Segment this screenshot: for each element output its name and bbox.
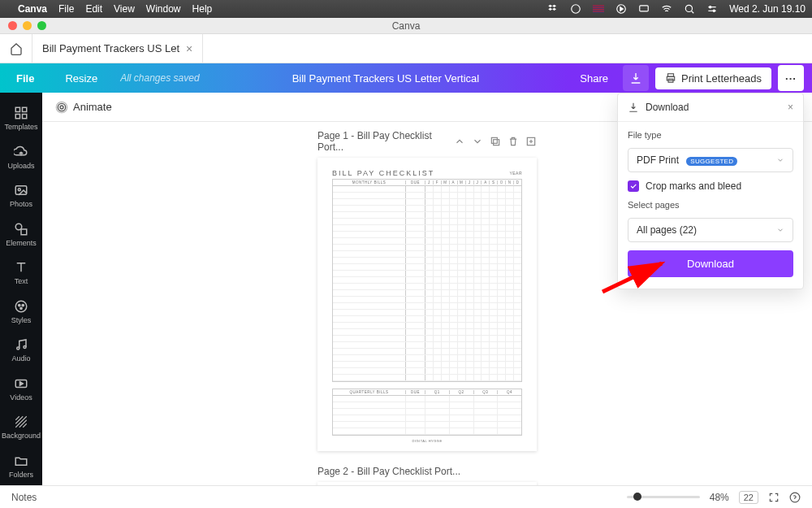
sidebar-item-elements[interactable]: Elements — [0, 215, 42, 254]
search-icon[interactable] — [684, 3, 695, 15]
svg-point-30 — [24, 346, 26, 349]
download-button-top[interactable] — [623, 65, 649, 91]
sidebar-item-label: Templates — [4, 123, 37, 131]
share-button[interactable]: Share — [572, 67, 616, 89]
sidebar-item-folders[interactable]: Folders — [0, 447, 42, 486]
sidebar-item-uploads[interactable]: Uploads — [0, 138, 42, 177]
crop-marks-checkbox[interactable]: Crop marks and bleed — [628, 180, 793, 192]
checkbox-checked-icon — [628, 180, 639, 192]
svg-line-33 — [15, 417, 23, 424]
flag-icon[interactable] — [593, 3, 604, 15]
save-status: All changes saved — [120, 72, 199, 84]
home-tab[interactable] — [0, 34, 32, 63]
sidebar-item-videos[interactable]: Videos — [0, 370, 42, 409]
filetype-select[interactable]: PDF Print SUGGESTED — [628, 148, 793, 172]
download-panel-title: Download — [646, 102, 689, 113]
window-title: Canva — [0, 20, 812, 32]
print-button-label: Print Letterheads — [681, 72, 762, 85]
sidebar-item-audio[interactable]: Audio — [0, 331, 42, 370]
menu-help[interactable]: Help — [192, 3, 213, 15]
close-tab-icon[interactable]: × — [186, 42, 192, 55]
close-panel-icon[interactable]: × — [788, 102, 793, 113]
sidebar-item-photos[interactable]: Photos — [0, 176, 42, 215]
chevron-down-icon[interactable] — [472, 136, 483, 147]
page-1-footer: DIGITAL HYGGE — [332, 439, 522, 443]
svg-rect-19 — [15, 115, 19, 119]
print-button[interactable]: Print Letterheads — [655, 67, 771, 89]
menu-edit[interactable]: Edit — [85, 3, 102, 15]
toggles-icon[interactable] — [706, 3, 718, 15]
suggested-badge: SUGGESTED — [686, 157, 737, 166]
zoom-slider[interactable] — [627, 496, 700, 498]
sidebar-item-templates[interactable]: Templates — [0, 99, 42, 138]
svg-rect-3 — [593, 7, 604, 8]
menu-app[interactable]: Canva — [18, 3, 47, 15]
sidebar-item-label: Videos — [10, 393, 32, 402]
svg-rect-24 — [21, 229, 27, 235]
page-1-thumbnail[interactable]: BILL PAY CHECKLIST YEAR MONTHLY BILLSDUE… — [317, 158, 537, 451]
add-page-icon[interactable] — [525, 136, 537, 147]
download-confirm-button[interactable]: Download — [628, 250, 793, 277]
svg-point-26 — [19, 304, 20, 306]
animate-button[interactable]: Animate — [55, 101, 112, 114]
svg-point-0 — [572, 5, 581, 14]
notes-button[interactable]: Notes — [11, 492, 37, 503]
filetype-value: PDF Print — [637, 154, 679, 166]
sidebar-item-label: Uploads — [7, 162, 34, 170]
window-titlebar: Canva — [0, 18, 812, 34]
svg-rect-4 — [593, 9, 604, 10]
play-icon[interactable] — [615, 3, 627, 15]
svg-line-34 — [15, 417, 19, 421]
folders-icon — [14, 454, 28, 468]
dropbox-icon[interactable] — [547, 3, 559, 15]
duplicate-icon[interactable] — [490, 136, 501, 147]
svg-line-36 — [23, 424, 27, 428]
svg-rect-41 — [491, 137, 497, 143]
file-menu[interactable]: File — [8, 67, 42, 89]
resize-button[interactable]: Resize — [57, 67, 106, 89]
download-panel: Download × File type PDF Print SUGGESTED — [617, 93, 804, 289]
canvas: Animate Page 1 - Bill Pay Checklist Port… — [42, 93, 812, 485]
fullscreen-icon[interactable] — [768, 492, 780, 503]
photos-icon — [14, 183, 28, 198]
delete-icon[interactable] — [508, 136, 519, 147]
svg-rect-2 — [593, 5, 604, 6]
svg-rect-17 — [15, 108, 19, 112]
wifi-icon[interactable] — [661, 3, 672, 15]
page-count-button[interactable]: 22 — [739, 491, 758, 504]
filetype-label: File type — [628, 130, 793, 140]
menu-file[interactable]: File — [58, 3, 74, 15]
document-tab-label: Bill Payment Trackers US Let — [42, 42, 179, 54]
sidebar: Templates Uploads Photos Elements Text S… — [0, 93, 42, 485]
svg-line-9 — [691, 11, 693, 13]
document-name[interactable]: Bill Payment Trackers US Letter Vertical — [200, 72, 572, 85]
sidebar-item-background[interactable]: Background — [0, 408, 42, 447]
svg-point-38 — [58, 103, 65, 111]
download-icon — [628, 102, 639, 113]
sync-icon[interactable] — [570, 3, 581, 15]
sidebar-item-label: Audio — [11, 354, 30, 363]
chevron-up-icon[interactable] — [454, 136, 465, 147]
select-pages-label: Select pages — [628, 200, 793, 210]
sidebar-item-label: Photos — [10, 200, 32, 208]
display-icon[interactable] — [638, 3, 650, 15]
background-icon — [14, 415, 28, 429]
page-2-thumbnail[interactable]: MONTHLY BILL CHECKLIST YEAR — [317, 482, 537, 485]
sidebar-item-styles[interactable]: Styles — [0, 293, 42, 332]
document-tab[interactable]: Bill Payment Trackers US Let × — [32, 34, 203, 63]
crop-marks-label: Crop marks and bleed — [646, 180, 741, 192]
more-menu-button[interactable]: ··· — [778, 65, 804, 91]
sidebar-item-text[interactable]: Text — [0, 254, 42, 293]
help-icon[interactable] — [789, 492, 801, 503]
page-2-header[interactable]: Page 2 - Bill Pay Checklist Port... — [317, 466, 537, 477]
page-1-header[interactable]: Page 1 - Bill Pay Checklist Port... — [317, 130, 454, 153]
menubar-clock[interactable]: Wed 2. Jun 19.10 — [729, 3, 806, 15]
menu-window[interactable]: Window — [146, 3, 181, 15]
select-pages-select[interactable]: All pages (22) — [628, 218, 793, 242]
svg-line-35 — [19, 420, 27, 428]
select-pages-value: All pages (22) — [637, 224, 697, 236]
svg-rect-5 — [593, 11, 604, 11]
menu-view[interactable]: View — [114, 3, 135, 15]
animate-label: Animate — [73, 101, 112, 113]
svg-point-12 — [710, 7, 711, 8]
